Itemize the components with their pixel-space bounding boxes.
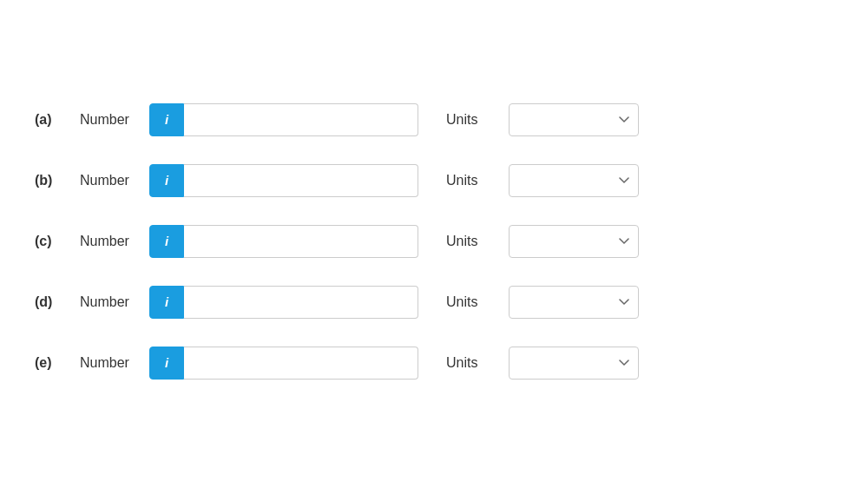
form-row-a: (a) Number i Units — [35, 103, 833, 136]
info-button-c[interactable]: i — [149, 225, 184, 258]
input-group-a: i — [149, 103, 418, 136]
number-label-e: Number — [80, 355, 149, 371]
form-row-c: (c) Number i Units — [35, 225, 833, 258]
units-label-a: Units — [446, 112, 498, 128]
info-button-a[interactable]: i — [149, 103, 184, 136]
number-label-b: Number — [80, 173, 149, 188]
units-label-e: Units — [446, 355, 498, 371]
number-input-b[interactable] — [184, 164, 418, 197]
number-input-d[interactable] — [184, 286, 418, 319]
units-label-d: Units — [446, 294, 498, 310]
number-label-a: Number — [80, 112, 149, 128]
units-label-b: Units — [446, 173, 498, 188]
form-row-d: (d) Number i Units — [35, 286, 833, 319]
units-select-d[interactable] — [509, 286, 639, 319]
row-label-d: (d) — [35, 294, 80, 310]
number-input-a[interactable] — [184, 103, 418, 136]
row-label-c: (c) — [35, 234, 80, 249]
number-input-e[interactable] — [184, 347, 418, 380]
units-select-b[interactable] — [509, 164, 639, 197]
input-group-d: i — [149, 286, 418, 319]
number-label-c: Number — [80, 234, 149, 249]
units-select-a[interactable] — [509, 103, 639, 136]
number-label-d: Number — [80, 294, 149, 310]
units-select-c[interactable] — [509, 225, 639, 258]
row-label-b: (b) — [35, 173, 80, 188]
form-container: (a) Number i Units (b) Number i Units (c… — [0, 77, 868, 406]
units-label-c: Units — [446, 234, 498, 249]
input-group-b: i — [149, 164, 418, 197]
row-label-e: (e) — [35, 355, 80, 371]
form-row-b: (b) Number i Units — [35, 164, 833, 197]
info-button-b[interactable]: i — [149, 164, 184, 197]
units-select-e[interactable] — [509, 347, 639, 380]
number-input-c[interactable] — [184, 225, 418, 258]
row-label-a: (a) — [35, 112, 80, 128]
input-group-e: i — [149, 347, 418, 380]
form-row-e: (e) Number i Units — [35, 347, 833, 380]
info-button-e[interactable]: i — [149, 347, 184, 380]
info-button-d[interactable]: i — [149, 286, 184, 319]
input-group-c: i — [149, 225, 418, 258]
